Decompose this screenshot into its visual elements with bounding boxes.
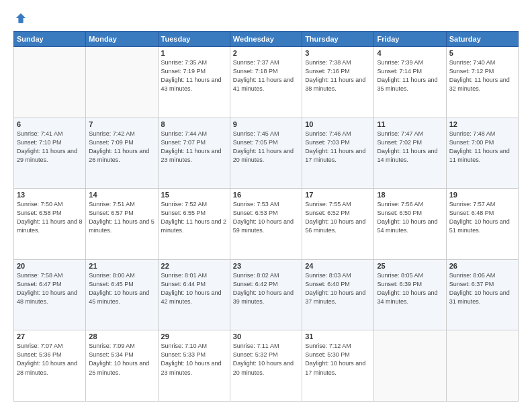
day-info: Sunrise: 7:39 AM Sunset: 7:14 PM Dayligh… <box>377 58 443 93</box>
day-number: 26 <box>449 262 515 270</box>
day-number: 20 <box>17 262 83 270</box>
day-number: 30 <box>233 332 299 340</box>
day-info: Sunrise: 7:47 AM Sunset: 7:02 PM Dayligh… <box>377 130 443 165</box>
day-cell: 23Sunrise: 8:02 AM Sunset: 6:42 PM Dayli… <box>230 259 302 330</box>
day-cell: 6Sunrise: 7:41 AM Sunset: 7:10 PM Daylig… <box>14 118 86 189</box>
day-number: 22 <box>161 262 227 270</box>
day-number: 14 <box>89 191 154 199</box>
day-number: 25 <box>377 262 443 270</box>
day-info: Sunrise: 7:52 AM Sunset: 6:55 PM Dayligh… <box>161 200 227 235</box>
day-info: Sunrise: 7:11 AM Sunset: 5:32 PM Dayligh… <box>233 342 299 377</box>
day-cell: 9Sunrise: 7:45 AM Sunset: 7:05 PM Daylig… <box>230 118 302 189</box>
day-info: Sunrise: 7:56 AM Sunset: 6:50 PM Dayligh… <box>377 200 443 235</box>
week-row-3: 13Sunrise: 7:50 AM Sunset: 6:58 PM Dayli… <box>14 189 519 260</box>
day-info: Sunrise: 7:10 AM Sunset: 5:33 PM Dayligh… <box>161 342 227 377</box>
day-info: Sunrise: 7:51 AM Sunset: 6:57 PM Dayligh… <box>89 200 154 235</box>
week-row-2: 6Sunrise: 7:41 AM Sunset: 7:10 PM Daylig… <box>14 118 519 189</box>
day-number: 15 <box>161 191 227 199</box>
day-number: 12 <box>449 120 515 128</box>
day-number: 21 <box>89 262 154 270</box>
day-cell <box>86 47 158 118</box>
day-cell: 8Sunrise: 7:44 AM Sunset: 7:07 PM Daylig… <box>158 118 230 189</box>
week-row-4: 20Sunrise: 7:58 AM Sunset: 6:47 PM Dayli… <box>14 259 519 330</box>
header-row: SundayMondayTuesdayWednesdayThursdayFrid… <box>14 32 519 47</box>
day-cell: 17Sunrise: 7:55 AM Sunset: 6:52 PM Dayli… <box>302 189 374 260</box>
day-number: 19 <box>449 191 515 199</box>
day-cell: 22Sunrise: 8:01 AM Sunset: 6:44 PM Dayli… <box>158 259 230 330</box>
day-info: Sunrise: 7:07 AM Sunset: 5:36 PM Dayligh… <box>17 342 83 377</box>
day-number: 13 <box>17 191 83 199</box>
day-cell <box>446 330 518 402</box>
day-number: 9 <box>233 120 299 128</box>
day-info: Sunrise: 8:06 AM Sunset: 6:37 PM Dayligh… <box>449 271 515 306</box>
day-cell: 18Sunrise: 7:56 AM Sunset: 6:50 PM Dayli… <box>374 189 446 260</box>
day-number: 10 <box>305 120 371 128</box>
day-info: Sunrise: 7:44 AM Sunset: 7:07 PM Dayligh… <box>161 130 227 165</box>
day-cell: 10Sunrise: 7:46 AM Sunset: 7:03 PM Dayli… <box>302 118 374 189</box>
logo <box>13 12 27 24</box>
day-cell: 1Sunrise: 7:35 AM Sunset: 7:19 PM Daylig… <box>158 47 230 118</box>
day-cell <box>374 330 446 402</box>
day-cell: 19Sunrise: 7:57 AM Sunset: 6:48 PM Dayli… <box>446 189 518 260</box>
day-info: Sunrise: 7:42 AM Sunset: 7:09 PM Dayligh… <box>89 130 154 165</box>
col-header-monday: Monday <box>86 32 158 47</box>
day-number: 24 <box>305 262 371 270</box>
day-number: 3 <box>305 49 371 57</box>
day-cell: 16Sunrise: 7:53 AM Sunset: 6:53 PM Dayli… <box>230 189 302 260</box>
week-row-1: 1Sunrise: 7:35 AM Sunset: 7:19 PM Daylig… <box>14 47 519 118</box>
day-cell: 29Sunrise: 7:10 AM Sunset: 5:33 PM Dayli… <box>158 330 230 402</box>
week-row-5: 27Sunrise: 7:07 AM Sunset: 5:36 PM Dayli… <box>14 330 519 402</box>
day-cell: 31Sunrise: 7:12 AM Sunset: 5:30 PM Dayli… <box>302 330 374 402</box>
day-info: Sunrise: 7:48 AM Sunset: 7:00 PM Dayligh… <box>449 130 515 165</box>
day-cell: 2Sunrise: 7:37 AM Sunset: 7:18 PM Daylig… <box>230 47 302 118</box>
day-number: 7 <box>89 120 154 128</box>
col-header-thursday: Thursday <box>302 32 374 47</box>
svg-marker-0 <box>16 13 26 23</box>
day-cell: 28Sunrise: 7:09 AM Sunset: 5:34 PM Dayli… <box>86 330 158 402</box>
day-info: Sunrise: 7:09 AM Sunset: 5:34 PM Dayligh… <box>89 342 154 377</box>
day-number: 27 <box>17 332 83 340</box>
day-cell: 3Sunrise: 7:38 AM Sunset: 7:16 PM Daylig… <box>302 47 374 118</box>
col-header-friday: Friday <box>374 32 446 47</box>
day-cell: 12Sunrise: 7:48 AM Sunset: 7:00 PM Dayli… <box>446 118 518 189</box>
day-number: 5 <box>449 49 515 57</box>
day-cell: 5Sunrise: 7:40 AM Sunset: 7:12 PM Daylig… <box>446 47 518 118</box>
day-info: Sunrise: 8:00 AM Sunset: 6:45 PM Dayligh… <box>89 271 154 306</box>
day-number: 11 <box>377 120 443 128</box>
day-cell: 20Sunrise: 7:58 AM Sunset: 6:47 PM Dayli… <box>14 259 86 330</box>
day-cell: 11Sunrise: 7:47 AM Sunset: 7:02 PM Dayli… <box>374 118 446 189</box>
day-info: Sunrise: 7:41 AM Sunset: 7:10 PM Dayligh… <box>17 130 83 165</box>
day-number: 17 <box>305 191 371 199</box>
day-number: 1 <box>161 49 227 57</box>
day-cell: 21Sunrise: 8:00 AM Sunset: 6:45 PM Dayli… <box>86 259 158 330</box>
day-number: 28 <box>89 332 154 340</box>
day-number: 29 <box>161 332 227 340</box>
day-cell <box>14 47 86 118</box>
day-info: Sunrise: 8:01 AM Sunset: 6:44 PM Dayligh… <box>161 271 227 306</box>
day-number: 6 <box>17 120 83 128</box>
calendar-table: SundayMondayTuesdayWednesdayThursdayFrid… <box>13 31 519 402</box>
day-info: Sunrise: 7:55 AM Sunset: 6:52 PM Dayligh… <box>305 200 371 235</box>
day-info: Sunrise: 7:37 AM Sunset: 7:18 PM Dayligh… <box>233 58 299 93</box>
day-info: Sunrise: 7:40 AM Sunset: 7:12 PM Dayligh… <box>449 58 515 93</box>
day-cell: 24Sunrise: 8:03 AM Sunset: 6:40 PM Dayli… <box>302 259 374 330</box>
day-number: 2 <box>233 49 299 57</box>
day-info: Sunrise: 7:53 AM Sunset: 6:53 PM Dayligh… <box>233 200 299 235</box>
day-number: 23 <box>233 262 299 270</box>
day-cell: 30Sunrise: 7:11 AM Sunset: 5:32 PM Dayli… <box>230 330 302 402</box>
day-info: Sunrise: 7:45 AM Sunset: 7:05 PM Dayligh… <box>233 130 299 165</box>
day-info: Sunrise: 8:02 AM Sunset: 6:42 PM Dayligh… <box>233 271 299 306</box>
day-cell: 25Sunrise: 8:05 AM Sunset: 6:39 PM Dayli… <box>374 259 446 330</box>
day-number: 16 <box>233 191 299 199</box>
day-cell: 4Sunrise: 7:39 AM Sunset: 7:14 PM Daylig… <box>374 47 446 118</box>
day-number: 31 <box>305 332 371 340</box>
day-number: 4 <box>377 49 443 57</box>
day-info: Sunrise: 7:46 AM Sunset: 7:03 PM Dayligh… <box>305 130 371 165</box>
day-cell: 13Sunrise: 7:50 AM Sunset: 6:58 PM Dayli… <box>14 189 86 260</box>
day-info: Sunrise: 7:35 AM Sunset: 7:19 PM Dayligh… <box>161 58 227 93</box>
day-info: Sunrise: 7:58 AM Sunset: 6:47 PM Dayligh… <box>17 271 83 306</box>
day-cell: 15Sunrise: 7:52 AM Sunset: 6:55 PM Dayli… <box>158 189 230 260</box>
day-number: 18 <box>377 191 443 199</box>
day-info: Sunrise: 7:57 AM Sunset: 6:48 PM Dayligh… <box>449 200 515 235</box>
page: SundayMondayTuesdayWednesdayThursdayFrid… <box>0 0 532 411</box>
